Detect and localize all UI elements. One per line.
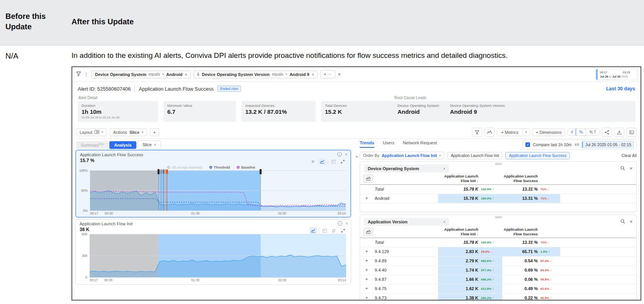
column-header-flow-success[interactable]: Application LaunchFlow Success	[502, 227, 538, 236]
info-icon[interactable]: i	[337, 152, 342, 157]
last-30-days-link[interactable]: Last 30 days	[606, 86, 635, 91]
layout-control[interactable]: Layout ▾	[76, 128, 107, 136]
table-row[interactable]: +9.4.871.66 K696.2% ↑0.06 %95.8% ↓	[360, 275, 636, 284]
expand-row-icon[interactable]: +	[360, 249, 373, 254]
column-header-flow-init[interactable]: Application LaunchFlow Init ↓	[438, 227, 478, 236]
list-view-icon[interactable]: ≣	[309, 158, 317, 165]
chevron-down-icon: ▾	[443, 220, 445, 224]
info-icon[interactable]: i	[338, 221, 342, 226]
close-table-icon[interactable]: ×	[630, 166, 632, 171]
date-range-picker[interactable]: 00:1703:15 Jul 26 to Jul 26 2025	[596, 69, 637, 80]
add-metrics-button[interactable]: + Metrics ▾	[497, 128, 530, 136]
y-axis-ticks: 100%50%0%	[77, 171, 88, 211]
flow-init-chart-plot[interactable]	[90, 234, 346, 277]
chart-panel-flow-init[interactable]: Application Launch Flow Init 36 K i × 60…	[75, 219, 351, 285]
close-tab-icon[interactable]: ×	[154, 143, 156, 147]
close-table-icon[interactable]: ×	[630, 219, 632, 225]
table-view-icon[interactable]	[330, 158, 337, 165]
actions-control[interactable]: Actions Slice ▾	[110, 128, 147, 136]
tab-network-request[interactable]: Network Request	[403, 140, 437, 148]
clear-filters-icon[interactable]: ×	[338, 72, 341, 77]
filter-operator[interactable]: equals	[149, 72, 160, 76]
format-percent-option[interactable]: %	[576, 128, 586, 136]
add-filter-button[interactable]: + ⋯	[320, 70, 335, 78]
y-tick-label: 300	[82, 254, 87, 258]
line-chart-view-icon[interactable]	[318, 158, 326, 165]
metrics-dropdown-icon[interactable]: ▾	[522, 129, 530, 136]
chart-current-value: 15.7 %	[80, 158, 94, 163]
legend-threshold[interactable]: Threshold	[209, 165, 230, 169]
dimension-select[interactable]: Application Version ▾	[364, 218, 449, 226]
table-row[interactable]: +9.4.731.38 K690.2% ↑0.22 %96.5% ↓	[360, 294, 636, 301]
tab-slice[interactable]: Slice×	[138, 140, 161, 149]
clear-all-button[interactable]: Clear All	[622, 153, 637, 158]
download-icon-button[interactable]	[614, 128, 624, 137]
table-row-android[interactable]: + Android 15.78 K 160.9% ↑ 13.31 % 71% ↓	[360, 194, 636, 203]
funnel-icon-button[interactable]	[472, 128, 482, 137]
line-chart-view-icon[interactable]	[309, 227, 317, 234]
drag-handle[interactable]	[495, 216, 502, 218]
table-view-icon[interactable]	[321, 227, 328, 234]
order-by-select[interactable]: Order By Application Launch Flow Init ▾	[360, 152, 444, 159]
chart-panel-flow-success[interactable]: Application Launch Flow Success 15.7 % i…	[75, 150, 351, 218]
column-header-flow-init[interactable]: Application LaunchFlow Init ↓	[438, 174, 478, 183]
tab-trends[interactable]: Trends	[360, 140, 374, 148]
expand-row-icon[interactable]: +	[360, 277, 373, 282]
column-header-flow-success[interactable]: Application LaunchFlow Success	[502, 174, 538, 183]
expand-row-icon[interactable]: +	[360, 286, 373, 291]
legend-all-except-anomaly[interactable]: All except anomaly	[167, 165, 202, 169]
dimension-table-device-os: Device Operating System ▾ × Application …	[360, 161, 637, 212]
expand-row-icon[interactable]: +	[360, 258, 373, 263]
x-tick-label: 03:14	[338, 211, 346, 215]
close-panel-icon[interactable]: ×	[345, 221, 348, 226]
filter-operator[interactable]: equals	[272, 72, 283, 76]
export-image-icon-button[interactable]	[627, 128, 637, 137]
search-icon[interactable]	[620, 219, 625, 225]
flow-success-chart-plot[interactable]	[90, 171, 346, 211]
metric-chip-flow-init[interactable]: Application Launch Flow Init	[447, 152, 503, 159]
expand-panel-icon[interactable]	[339, 158, 347, 165]
legend-baseline[interactable]: Baseline	[237, 165, 255, 169]
expand-row-icon[interactable]: +	[360, 295, 373, 301]
table-row[interactable]: +9.4.892.79 K692.6% ↑0.54 %87.4% ↓	[360, 257, 636, 266]
tab-summary[interactable]: SummaryBeta	[76, 141, 108, 149]
format-number-option[interactable]: #	[568, 129, 576, 135]
collapse-panel-icon[interactable]: ▲	[355, 154, 359, 158]
root-cause-leads-label: Root Cause Leads	[394, 96, 427, 100]
ended-alert-badge: Ended Alert	[217, 86, 241, 92]
share-icon-button[interactable]	[602, 128, 612, 137]
root-cause-os: Device Operating System Android	[398, 103, 439, 120]
tab-analysis[interactable]: Analysis	[109, 141, 136, 149]
drag-handle[interactable]	[495, 163, 502, 165]
funnel-icon[interactable]	[76, 71, 81, 77]
compare-range-value[interactable]: Jul 26 2025 01:05 - 02:15	[582, 141, 634, 148]
table-row[interactable]: +9.4.751.62 K612.8% ↑0.49 %62.6% ↓	[360, 284, 636, 294]
trend-column-icon[interactable]	[363, 228, 373, 236]
filter-chip-device-os-version[interactable]: & Device Operating System Version equals…	[194, 71, 318, 78]
filter-chip-device-os[interactable]: Device Operating System equals ▾ Android…	[92, 71, 191, 78]
close-panel-icon[interactable]: ×	[345, 152, 347, 157]
add-dimensions-button[interactable]: + Dimensions	[532, 128, 565, 136]
dimension-select[interactable]: Device Operating System ▾	[364, 165, 449, 172]
remove-filter-icon[interactable]: ×	[312, 72, 314, 77]
expand-row-icon[interactable]: +	[360, 196, 373, 201]
duration-card: Duration 1h 10m 01:05 Jul 26 to 02:15 Ju…	[78, 101, 158, 122]
compare-checkbox[interactable]: ✓	[525, 142, 530, 147]
sort-icon[interactable]	[330, 227, 338, 234]
remove-filter-icon[interactable]: ×	[185, 72, 187, 77]
kebab-menu-icon[interactable]: ⋮	[84, 71, 89, 77]
format-percent-total-option[interactable]: % T	[586, 129, 599, 135]
table-row[interactable]: Total15.78 K160.9% ↑13.31 %71% ↓	[360, 238, 636, 247]
table-row-total[interactable]: Total 15.78 K 160.9% ↑ 13.31 % 71% ↓	[360, 185, 636, 194]
table-row[interactable]: +9.4.401.74 K577.4% ↑0.69 %83.9% ↓	[360, 266, 636, 275]
table-row[interactable]: +9.4.1292.83 K25.9% ↓65.71 %1.6% ↑	[360, 247, 636, 257]
add-view-button[interactable]: +	[150, 128, 159, 136]
metric-chip-flow-success[interactable]: Application Launch Flow Success	[505, 152, 570, 159]
tab-users[interactable]: Users	[383, 140, 394, 148]
x-tick-label: 01:30	[191, 211, 199, 215]
anomaly-icon-button[interactable]	[484, 128, 494, 137]
trend-column-icon[interactable]	[363, 174, 373, 183]
expand-row-icon[interactable]: +	[360, 267, 373, 273]
search-icon[interactable]	[620, 166, 625, 171]
expand-panel-icon[interactable]	[339, 227, 347, 234]
